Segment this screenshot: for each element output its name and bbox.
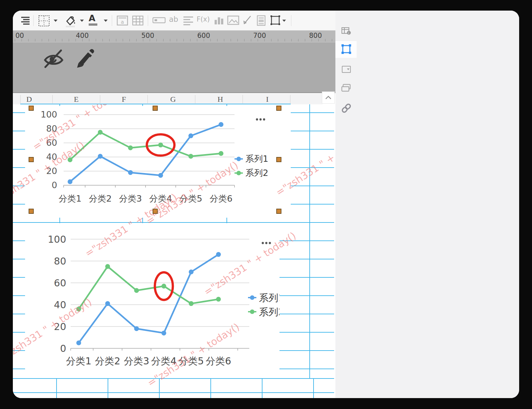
ruler-tick [183, 39, 184, 41]
data-point [128, 170, 133, 175]
chart-menu-dots[interactable] [263, 118, 265, 121]
shape-dropdown-arrow[interactable] [282, 19, 286, 22]
edit-pencil-icon[interactable] [74, 47, 95, 70]
x-axis-category-label: 分类6 [209, 194, 232, 204]
column-separator [52, 95, 53, 103]
borders-icon[interactable] [38, 15, 50, 27]
chart-menu-dots[interactable] [265, 242, 268, 244]
chart-icon[interactable] [213, 15, 224, 26]
y-axis-tick-label: 100 [48, 234, 66, 245]
data-point [105, 264, 110, 269]
selection-handle[interactable] [29, 209, 34, 214]
font-color-dropdown-arrow[interactable] [103, 19, 108, 22]
align-icon[interactable] [20, 15, 31, 26]
column-separator [20, 95, 21, 103]
fill-color-dropdown-arrow[interactable] [80, 19, 84, 22]
ruler-tick [177, 39, 177, 41]
ruler-tick [251, 39, 251, 41]
column-header-I[interactable]: I [266, 95, 269, 104]
y-axis-tick-label: 80 [54, 256, 66, 267]
ruler-tick [190, 39, 191, 41]
ruler-tick [156, 39, 157, 41]
chart-menu-dots[interactable] [260, 118, 262, 121]
data-point [98, 154, 103, 159]
chart-menu-dots[interactable] [256, 118, 258, 121]
ruler-tick [62, 39, 62, 41]
ab-glyph: ab [169, 15, 178, 23]
column-header-F[interactable]: F [122, 95, 126, 104]
ruler-number: 00 [15, 32, 24, 39]
legend-label: 系列2 [259, 306, 279, 318]
ruler-tick [109, 39, 110, 41]
table-info-icon[interactable]: i [341, 27, 351, 35]
column-headers[interactable]: DEFGHI [13, 94, 323, 104]
table-icon[interactable] [132, 15, 144, 26]
font-color-glyph: A [89, 13, 95, 23]
ruler-tick [231, 39, 231, 41]
data-point [216, 252, 221, 257]
data-point [158, 173, 163, 178]
column-header-E[interactable]: E [74, 95, 79, 104]
font-color-icon[interactable]: A [89, 13, 97, 26]
chart-area-format-icon[interactable] [341, 43, 352, 56]
ruler-tick [217, 39, 217, 41]
x-axis-category-label: 分类1 [66, 355, 91, 367]
selection-handle[interactable] [29, 106, 34, 111]
data-point [134, 288, 139, 293]
series-line [70, 132, 221, 160]
toolbar-separator [112, 15, 112, 26]
column-header-H[interactable]: H [217, 95, 223, 104]
ruler-tick [244, 39, 244, 41]
selection-handle[interactable] [276, 209, 281, 214]
sheet[interactable]: 020406080100分类1分类2分类3分类4分类5分类6系列1系列2 020… [13, 104, 335, 398]
chart-menu-dots[interactable] [262, 242, 264, 244]
selection-handle[interactable] [29, 157, 34, 162]
ruler-tick [305, 39, 305, 41]
selection-handle[interactable] [276, 106, 281, 111]
borders-dropdown-arrow[interactable] [53, 19, 58, 22]
column-separator [195, 95, 195, 103]
line-tool-icon[interactable] [242, 15, 252, 26]
image-icon[interactable] [227, 15, 240, 26]
ruler-tick [96, 39, 96, 41]
ruler-tick [237, 39, 238, 41]
selection-handle[interactable] [153, 106, 158, 111]
ruler-number: 600 [197, 32, 210, 39]
scroll-up-button[interactable] [322, 91, 335, 104]
fill-color-icon[interactable] [64, 15, 76, 28]
column-header-G[interactable]: G [170, 95, 176, 104]
field-icon[interactable] [152, 17, 166, 23]
x-axis-category-label: 分类1 [58, 194, 81, 204]
function-icon[interactable]: F(x) [197, 15, 210, 23]
text-ab-icon[interactable]: ab [169, 15, 178, 23]
layers-icon[interactable] [341, 84, 351, 92]
document-icon[interactable] [256, 15, 267, 26]
dropdown-control-icon[interactable] [342, 66, 351, 73]
hide-eye-icon[interactable] [42, 48, 65, 69]
chart-2[interactable]: 020406080100分类1分类2分类3分类4分类5分类6系列1系列2 [25, 223, 279, 372]
ruler-tick [69, 39, 69, 41]
selection-handle[interactable] [153, 209, 158, 214]
y-axis-tick-label: 40 [54, 299, 66, 310]
paragraph-lines-icon[interactable] [182, 15, 194, 26]
ruler-tick [325, 39, 325, 41]
ruler-tick [285, 39, 285, 41]
data-point [189, 270, 194, 274]
x-axis-category-label: 分类2 [95, 355, 120, 367]
ruler-tick [89, 39, 89, 41]
data-point [189, 154, 193, 159]
data-point [158, 143, 163, 147]
column-separator [100, 95, 100, 103]
data-point [219, 122, 224, 127]
link-icon[interactable] [341, 102, 352, 114]
data-point [76, 341, 81, 345]
shape-frame-icon[interactable] [270, 15, 281, 26]
ruler-tick [129, 39, 130, 41]
selection-handle[interactable] [276, 157, 281, 162]
series-line [79, 255, 218, 343]
column-header-D[interactable]: D [26, 95, 32, 104]
x-axis-category-label: 分类2 [89, 194, 111, 204]
x-axis-category-label: 分类3 [119, 194, 142, 204]
data-point [134, 326, 139, 331]
title-box-icon[interactable]: a [116, 15, 129, 26]
